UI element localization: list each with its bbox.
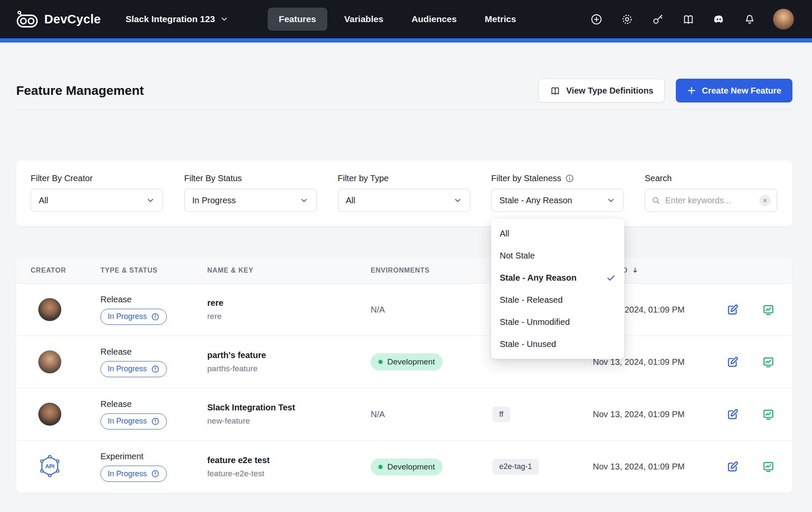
edit-feature-icon[interactable] [725,302,740,317]
creator-avatar [38,350,61,373]
top-navbar: DevCycle Slack Integration 123 Features … [0,0,812,38]
page-content: Feature Management View Type Definitions… [0,79,812,493]
create-new-feature-button[interactable]: Create New Feature [676,79,792,102]
chevron-down-icon [453,196,462,205]
create-new-feature-label: Create New Feature [702,86,781,96]
staleness-option-stale-released[interactable]: Stale - Released [491,289,624,311]
creator-avatar [38,403,61,426]
docs-book-icon[interactable] [681,12,695,26]
api-creator-icon: API [38,454,62,478]
col-environments: ENVIRONMENTS [371,267,492,274]
primary-nav: Features Variables Audiences Metrics [268,8,527,31]
creator-select[interactable]: All [31,189,163,212]
type-select[interactable]: All [338,189,470,212]
environment-label: Development [387,357,435,367]
chevron-down-icon [146,196,155,205]
filter-bar: Filter By Creator All Filter By Status I… [16,160,792,226]
filter-staleness-label: Filter by Staleness [491,173,623,183]
staleness-dropdown-menu: All Not Stale Stale - Any Reason Stale -… [491,219,624,359]
page-header: Feature Management View Type Definitions… [16,79,792,102]
gear-icon[interactable] [620,12,634,26]
table-row[interactable]: Release In Progress rere rere N/A Nov 13… [16,284,792,336]
chevron-down-icon [220,15,229,23]
status-badge: In Progress [100,309,167,325]
filter-group-status: Filter By Status In Progress [184,173,317,212]
status-badge: In Progress [100,466,167,482]
sort-desc-arrow-icon [631,266,639,274]
check-icon [606,273,616,283]
audit-log-icon[interactable] [761,302,775,317]
svg-text:API: API [45,463,54,469]
info-icon[interactable] [565,174,574,183]
search-label: Search [645,173,777,183]
feature-type: Release [100,399,132,409]
audit-log-icon[interactable] [761,355,775,369]
filter-group-type: Filter by Type All [338,173,470,212]
col-type-status: TYPE & STATUS [100,267,207,274]
clear-search-icon[interactable]: ✕ [759,195,771,206]
edit-feature-icon[interactable] [725,355,740,369]
option-label: All [500,229,509,239]
table-row[interactable]: API Experiment In Progress feature e2e t… [16,441,792,493]
feature-type: Release [100,347,132,357]
header-actions: View Type Definitions Create New Feature [538,79,792,102]
feature-key: new-feature [207,416,371,426]
staleness-option-stale-unmodified[interactable]: Stale - Unmodified [491,311,624,333]
alert-circle-icon [151,469,160,478]
filter-staleness-label-text: Filter by Staleness [491,174,561,183]
nav-tab-metrics[interactable]: Metrics [474,8,527,31]
tag-badge: ff [492,407,510,422]
environment-dot-icon [378,360,383,364]
header-divider [16,110,792,110]
nav-tab-variables[interactable]: Variables [333,8,395,31]
status-select[interactable]: In Progress [184,189,317,212]
nav-tab-audiences[interactable]: Audiences [400,8,468,31]
navbar-actions [589,9,794,30]
table-row[interactable]: Release In Progress parth's feature part… [16,336,792,388]
staleness-select[interactable]: Stale - Any Reason [491,189,623,212]
search-input[interactable] [665,196,755,205]
environment-dot-icon [378,465,383,469]
tags-cell: ff [492,407,593,422]
staleness-option-stale-unused[interactable]: Stale - Unused [491,333,624,355]
feature-key: parths-feature [207,364,371,373]
accent-strip [0,38,812,43]
environments-value: N/A [371,305,385,314]
filter-type-label: Filter by Type [338,173,470,183]
option-label: Stale - Unused [500,339,556,349]
user-avatar[interactable] [773,9,794,30]
staleness-option-all[interactable]: All [491,222,624,245]
tags-cell: e2e-tag-1 [492,459,593,475]
view-type-definitions-button[interactable]: View Type Definitions [538,79,665,102]
status-label: In Progress [108,417,147,426]
staleness-option-stale-any-reason[interactable]: Stale - Any Reason [491,267,624,289]
feature-type: Release [100,295,132,304]
plus-icon [687,86,696,95]
feature-name: feature e2e test [207,455,371,465]
environments-value: N/A [371,410,385,419]
goggles-logo-icon [16,10,38,28]
project-name: Slack Integration 123 [126,14,215,24]
edit-feature-icon[interactable] [725,407,740,421]
status-badge: In Progress [100,361,167,377]
filter-creator-label: Filter By Creator [31,173,163,183]
alert-circle-icon [151,417,160,426]
bell-icon[interactable] [742,12,757,26]
edit-feature-icon[interactable] [725,460,740,474]
table-row[interactable]: Release In Progress Slack Integration Te… [16,388,792,441]
audit-log-icon[interactable] [761,407,775,421]
filter-group-staleness: Filter by Staleness Stale - Any Reason A… [491,173,623,212]
feature-key: feature-e2e-test [207,469,371,478]
creator-avatar [38,298,61,321]
devcycle-logo[interactable]: DevCycle [16,10,101,28]
project-selector[interactable]: Slack Integration 123 [126,14,229,24]
create-plus-icon[interactable] [589,12,603,26]
status-select-value: In Progress [192,196,236,205]
audit-log-icon[interactable] [761,460,775,474]
staleness-option-not-stale[interactable]: Not Stale [491,245,624,267]
key-icon[interactable] [650,12,665,26]
nav-tab-features[interactable]: Features [268,8,327,31]
search-icon [651,196,661,205]
feature-name: rere [207,298,371,308]
discord-icon[interactable] [712,12,726,26]
